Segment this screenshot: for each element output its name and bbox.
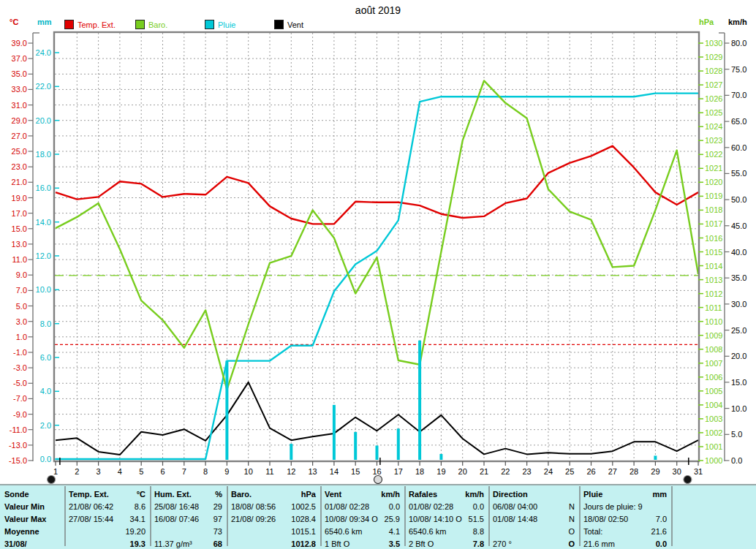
table-column-unit: km/h	[381, 488, 400, 500]
baro-tick-label: 1010	[705, 317, 722, 326]
baro-tick-label: 1018	[705, 205, 722, 214]
stat-value: 25.9	[385, 513, 400, 525]
baro-tick-label: 1009	[705, 331, 722, 340]
baro-tick-label: 1004	[705, 401, 722, 409]
rain-cumulative-line	[56, 94, 698, 459]
stat-value: 21.6	[651, 526, 667, 537]
stat-cell: 01/08/ 02:28	[409, 501, 453, 512]
temp-tick-label: 27.0	[12, 132, 27, 140]
table-column-unit: mm	[652, 488, 667, 500]
baro-tick-label: 1014	[705, 262, 722, 270]
stat-cell: 01/08/ 14:48	[493, 513, 537, 525]
day-label-31: 31	[694, 467, 703, 476]
rain-tick-label: 14.0	[36, 218, 51, 227]
baro-tick-label: 1026	[705, 94, 722, 103]
temp-tick-label: 1.0	[16, 333, 27, 341]
stat-value: N	[569, 501, 575, 512]
baro-tick-label: 1021	[705, 164, 722, 173]
new-moon-icon	[684, 476, 692, 484]
stat-cell: 18/08/ 08:56	[231, 501, 276, 512]
baro-tick-label: 1025	[705, 108, 722, 117]
day-label-18: 18	[415, 467, 424, 476]
temp-tick-label: 13.0	[12, 240, 27, 249]
stat-cell: 27/08/ 15:44	[69, 513, 113, 525]
baro-tick-label: 1030	[705, 39, 722, 48]
stat-value: 1002.5	[291, 501, 316, 512]
baro-tick-label: 1016	[705, 234, 722, 243]
rain-tick-label: 22.0	[36, 82, 51, 91]
weather-app-window: août 2019 °C mm hPa km/h Temp. Ext.Baro.…	[0, 0, 756, 549]
stat-value: 8.6	[135, 501, 145, 512]
baro-tick-label: 1015	[705, 248, 722, 257]
table-column-title: Pluie	[583, 488, 602, 500]
temp-tick-label: -3.0	[13, 363, 27, 372]
baro-tick-label: 1019	[705, 192, 722, 200]
temp-tick-label: 9.0	[16, 270, 27, 279]
table-column-title: Hum. Ext.	[154, 488, 192, 500]
table-separator	[488, 486, 490, 546]
temp-tick-label: -11.0	[10, 425, 27, 434]
baro-tick-label: 1017	[705, 219, 722, 228]
temp-tick-label: 17.0	[12, 209, 27, 218]
baro-tick-label: 1020	[705, 178, 722, 186]
table-row-label: Moyenne	[4, 526, 39, 537]
rain-tick-label: 12.0	[36, 251, 51, 260]
temp-tick-label: -9.0	[13, 410, 27, 419]
table-column-unit: °C	[137, 488, 145, 500]
rain-tick-label: 4.0	[40, 387, 51, 395]
rain-tick-label: 16.0	[36, 183, 51, 192]
stat-value: 0.0	[656, 538, 667, 549]
temp-tick-label: 31.0	[12, 101, 27, 110]
table-separator	[227, 486, 228, 546]
temp-tick-label: 3.0	[16, 317, 27, 326]
stat-cell: 10/08/ 14:10 O	[409, 513, 462, 525]
rain-tick-label: 18.0	[36, 150, 51, 159]
day-label-20: 20	[458, 467, 467, 476]
table-separator	[320, 486, 322, 546]
day-label-21: 21	[480, 467, 488, 476]
table-column-title: Vent	[325, 488, 341, 500]
wind-tick-label: 45.0	[731, 222, 746, 230]
day-label-30: 30	[673, 467, 681, 476]
wind-tick-label: 20.0	[731, 352, 746, 360]
day-label-16: 16	[372, 467, 381, 476]
stat-value: 7.8	[473, 538, 484, 549]
temp-tick-label: 23.0	[12, 162, 27, 171]
temp-tick-label: 19.0	[12, 194, 27, 202]
day-label-25: 25	[565, 467, 574, 476]
table-row-label: Valeur Min	[4, 501, 45, 512]
wind-tick-label: 35.0	[731, 273, 746, 282]
rain-tick-label: 24.0	[36, 48, 51, 57]
day-label-11: 11	[265, 467, 273, 476]
wind-tick-label: 80.0	[731, 39, 746, 48]
day-label-24: 24	[544, 467, 553, 476]
wind-tick-label: 60.0	[731, 143, 746, 152]
stat-cell: 21.6 mm	[583, 538, 615, 549]
stat-cell: 18/08/ 02:50	[583, 513, 628, 525]
x-axis-labels: 1234567891011121314151617181920212223242…	[53, 461, 703, 476]
day-label-13: 13	[308, 467, 317, 476]
stat-value: 0.0	[473, 501, 484, 512]
wind-series-line	[56, 382, 698, 455]
day-label-17: 17	[394, 467, 403, 476]
baro-tick-label: 1028	[705, 67, 722, 75]
temp-tick-label: 25.0	[12, 147, 27, 156]
wind-tick-label: 55.0	[731, 169, 746, 178]
baro-tick-label: 1029	[705, 53, 722, 61]
table-separator	[404, 486, 406, 546]
stat-cell: 10/08/ 09:34 O	[325, 513, 378, 525]
table-separator	[64, 486, 66, 546]
rain-tick-label: 10.0	[36, 285, 51, 294]
rain-tick-label: 2.0	[40, 421, 51, 430]
wind-tick-label: 10.0	[731, 404, 746, 413]
temp-tick-label: 29.0	[12, 116, 27, 125]
stat-cell: 21/08/ 06:42	[69, 501, 113, 512]
stat-cell: 16/08/ 07:46	[154, 513, 199, 525]
stat-cell: 11.37 g/m³	[154, 538, 192, 549]
stat-value: 19.20	[125, 526, 145, 537]
table-separator	[579, 486, 581, 546]
wind-tick-label: 70.0	[731, 91, 746, 99]
stat-cell: 6540.6 km	[325, 526, 362, 537]
baro-tick-label: 1002	[705, 428, 722, 437]
stat-value: 51.5	[469, 513, 484, 525]
